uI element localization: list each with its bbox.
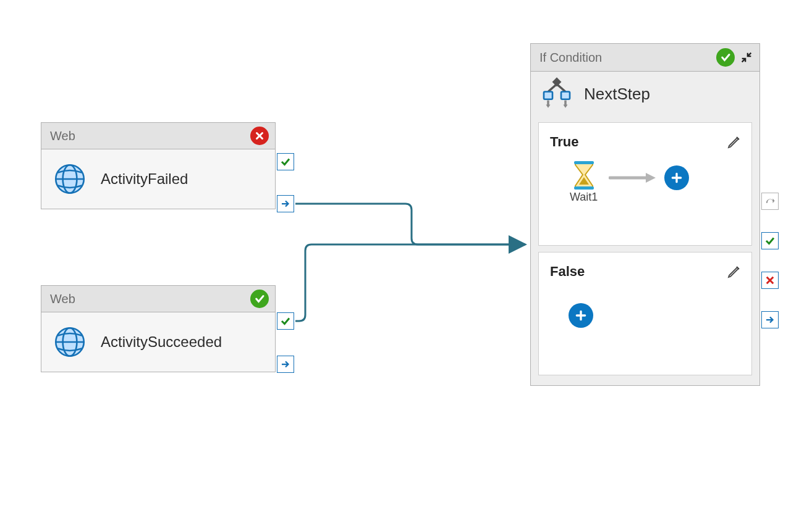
- svg-rect-7: [544, 92, 552, 99]
- branch-activity[interactable]: Wait1: [570, 161, 598, 204]
- edit-icon[interactable]: [727, 135, 742, 149]
- palette-failure-tab[interactable]: [761, 272, 779, 289]
- if-condition-title[interactable]: NextStep: [531, 72, 759, 116]
- palette-success-tab[interactable]: [761, 232, 779, 249]
- activity-body[interactable]: ActivitySucceeded: [41, 312, 275, 372]
- connector-success-tab[interactable]: [277, 312, 294, 330]
- status-error-icon: [250, 127, 269, 145]
- connector-completion-tab[interactable]: [277, 356, 294, 373]
- add-activity-button[interactable]: [664, 165, 689, 190]
- web-icon: [53, 162, 87, 196]
- activity-body[interactable]: ActivityFailed: [41, 149, 275, 209]
- add-activity-button[interactable]: [569, 303, 593, 328]
- if-condition-name: NextStep: [584, 85, 650, 104]
- activity-name: ActivityFailed: [101, 170, 188, 188]
- branch-false-label: False: [550, 264, 585, 280]
- activity-node[interactable]: Web ActivitySucceeded: [41, 285, 276, 372]
- svg-rect-9: [574, 161, 594, 164]
- connector-success-tab[interactable]: [277, 153, 294, 170]
- if-condition-icon: [539, 77, 574, 111]
- wait-icon: [572, 161, 596, 190]
- activity-header[interactable]: Web: [41, 286, 275, 312]
- palette-completion-tab[interactable]: [761, 311, 779, 328]
- activity-name: ActivitySucceeded: [101, 333, 222, 351]
- status-success-icon: [716, 48, 735, 67]
- if-condition-header[interactable]: If Condition: [531, 44, 759, 72]
- connector-completion-tab[interactable]: [277, 195, 294, 212]
- palette-skip-tab[interactable]: [761, 193, 779, 210]
- activity-node[interactable]: Web ActivityFailed: [41, 122, 276, 209]
- pipeline-canvas[interactable]: Web ActivityFailed Web: [0, 0, 812, 505]
- activity-type-label: Web: [50, 292, 250, 306]
- web-icon: [53, 325, 87, 359]
- activity-header[interactable]: Web: [41, 123, 275, 149]
- branch-true[interactable]: True Wait1: [538, 122, 752, 246]
- svg-rect-8: [561, 92, 570, 99]
- activity-type-label: Web: [50, 129, 250, 143]
- collapse-icon[interactable]: [740, 51, 753, 64]
- if-condition-type-label: If Condition: [539, 51, 716, 65]
- arrow-right-icon: [609, 172, 658, 184]
- svg-rect-10: [574, 186, 594, 190]
- branch-true-label: True: [550, 134, 578, 150]
- status-success-icon: [250, 290, 269, 308]
- branch-activity-name: Wait1: [570, 191, 598, 204]
- edit-icon[interactable]: [727, 264, 742, 279]
- if-condition-node[interactable]: If Condition NextStep: [530, 43, 760, 386]
- branch-false[interactable]: False: [538, 252, 752, 375]
